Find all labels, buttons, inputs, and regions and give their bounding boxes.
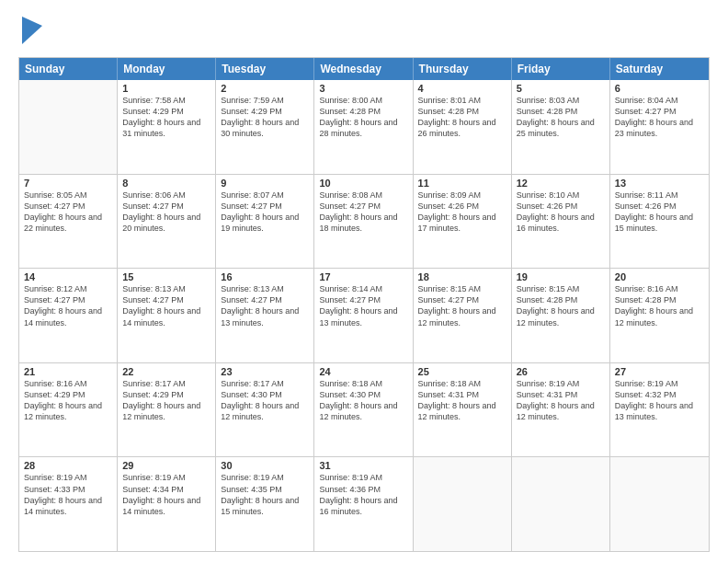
cal-cell-empty	[19, 80, 118, 174]
cal-cell-2: 2Sunrise: 7:59 AMSunset: 4:29 PMDaylight…	[216, 80, 314, 174]
day-number: 1	[122, 83, 210, 94]
day-info: Sunrise: 8:08 AMSunset: 4:27 PMDaylight:…	[319, 190, 407, 235]
day-info: Sunrise: 8:19 AMSunset: 4:32 PMDaylight:…	[615, 378, 704, 423]
logo	[18, 15, 42, 48]
day-info: Sunrise: 8:13 AMSunset: 4:27 PMDaylight:…	[221, 283, 309, 328]
cal-cell-23: 23Sunrise: 8:17 AMSunset: 4:30 PMDayligh…	[216, 363, 314, 457]
day-number: 23	[221, 366, 309, 377]
day-number: 9	[221, 178, 309, 189]
cal-week-2: 7Sunrise: 8:05 AMSunset: 4:27 PMDaylight…	[19, 175, 709, 270]
day-number: 6	[615, 83, 704, 94]
cal-cell-27: 27Sunrise: 8:19 AMSunset: 4:32 PMDayligh…	[610, 363, 709, 457]
day-info: Sunrise: 8:19 AMSunset: 4:33 PMDaylight:…	[24, 472, 112, 517]
day-number: 13	[615, 178, 704, 189]
day-info: Sunrise: 8:00 AMSunset: 4:28 PMDaylight:…	[319, 95, 407, 140]
calendar: SundayMondayTuesdayWednesdayThursdayFrid…	[18, 57, 710, 552]
day-info: Sunrise: 8:14 AMSunset: 4:27 PMDaylight:…	[319, 283, 407, 328]
day-number: 28	[24, 460, 112, 471]
cal-cell-15: 15Sunrise: 8:13 AMSunset: 4:27 PMDayligh…	[118, 269, 216, 362]
cal-cell-10: 10Sunrise: 8:08 AMSunset: 4:27 PMDayligh…	[314, 175, 413, 269]
day-number: 29	[122, 460, 210, 471]
day-number: 15	[122, 271, 210, 282]
day-info: Sunrise: 8:11 AMSunset: 4:26 PMDaylight:…	[615, 190, 704, 235]
cal-cell-6: 6Sunrise: 8:04 AMSunset: 4:27 PMDaylight…	[610, 80, 709, 174]
day-number: 18	[418, 271, 506, 282]
day-info: Sunrise: 8:17 AMSunset: 4:29 PMDaylight:…	[122, 378, 210, 423]
day-info: Sunrise: 8:17 AMSunset: 4:30 PMDaylight:…	[221, 378, 309, 423]
cal-cell-11: 11Sunrise: 8:09 AMSunset: 4:26 PMDayligh…	[414, 175, 512, 269]
cal-cell-4: 4Sunrise: 8:01 AMSunset: 4:28 PMDaylight…	[414, 80, 512, 174]
day-info: Sunrise: 8:07 AMSunset: 4:27 PMDaylight:…	[221, 190, 309, 235]
day-info: Sunrise: 8:19 AMSunset: 4:36 PMDaylight:…	[319, 472, 407, 517]
cal-cell-17: 17Sunrise: 8:14 AMSunset: 4:27 PMDayligh…	[314, 269, 413, 362]
cal-cell-31: 31Sunrise: 8:19 AMSunset: 4:36 PMDayligh…	[314, 457, 413, 551]
cal-cell-empty	[512, 457, 610, 551]
day-info: Sunrise: 8:09 AMSunset: 4:26 PMDaylight:…	[418, 190, 506, 235]
day-info: Sunrise: 8:18 AMSunset: 4:30 PMDaylight:…	[319, 378, 407, 423]
cal-week-4: 21Sunrise: 8:16 AMSunset: 4:29 PMDayligh…	[19, 363, 709, 458]
day-info: Sunrise: 8:12 AMSunset: 4:27 PMDaylight:…	[24, 283, 112, 328]
day-number: 20	[615, 271, 704, 282]
svg-marker-0	[22, 17, 42, 44]
cal-cell-25: 25Sunrise: 8:18 AMSunset: 4:31 PMDayligh…	[414, 363, 512, 457]
day-number: 4	[418, 83, 506, 94]
day-number: 10	[319, 178, 407, 189]
cal-cell-28: 28Sunrise: 8:19 AMSunset: 4:33 PMDayligh…	[19, 457, 118, 551]
day-number: 2	[221, 83, 309, 94]
cal-cell-empty	[610, 457, 709, 551]
day-info: Sunrise: 8:03 AMSunset: 4:28 PMDaylight:…	[517, 95, 605, 140]
cal-cell-20: 20Sunrise: 8:16 AMSunset: 4:28 PMDayligh…	[610, 269, 709, 362]
day-number: 21	[24, 366, 112, 377]
cal-header-sunday: Sunday	[19, 58, 118, 80]
day-number: 22	[122, 366, 210, 377]
day-info: Sunrise: 8:19 AMSunset: 4:35 PMDaylight:…	[221, 472, 309, 517]
cal-cell-26: 26Sunrise: 8:19 AMSunset: 4:31 PMDayligh…	[512, 363, 610, 457]
day-info: Sunrise: 8:18 AMSunset: 4:31 PMDaylight:…	[418, 378, 506, 423]
day-number: 31	[319, 460, 407, 471]
day-number: 14	[24, 271, 112, 282]
day-info: Sunrise: 8:16 AMSunset: 4:28 PMDaylight:…	[615, 283, 704, 328]
day-number: 17	[319, 271, 407, 282]
cal-cell-12: 12Sunrise: 8:10 AMSunset: 4:26 PMDayligh…	[512, 175, 610, 269]
day-number: 30	[221, 460, 309, 471]
day-info: Sunrise: 8:01 AMSunset: 4:28 PMDaylight:…	[418, 95, 506, 140]
day-info: Sunrise: 8:16 AMSunset: 4:29 PMDaylight:…	[24, 378, 112, 423]
cal-week-3: 14Sunrise: 8:12 AMSunset: 4:27 PMDayligh…	[19, 269, 709, 363]
day-info: Sunrise: 8:15 AMSunset: 4:27 PMDaylight:…	[418, 283, 506, 328]
cal-cell-14: 14Sunrise: 8:12 AMSunset: 4:27 PMDayligh…	[19, 269, 118, 362]
page: SundayMondayTuesdayWednesdayThursdayFrid…	[0, 0, 728, 563]
cal-cell-30: 30Sunrise: 8:19 AMSunset: 4:35 PMDayligh…	[216, 457, 314, 551]
cal-cell-29: 29Sunrise: 8:19 AMSunset: 4:34 PMDayligh…	[118, 457, 216, 551]
calendar-header-row: SundayMondayTuesdayWednesdayThursdayFrid…	[19, 58, 709, 80]
day-number: 26	[517, 366, 605, 377]
day-number: 27	[615, 366, 704, 377]
cal-cell-16: 16Sunrise: 8:13 AMSunset: 4:27 PMDayligh…	[216, 269, 314, 362]
cal-header-friday: Friday	[512, 58, 610, 80]
day-info: Sunrise: 8:19 AMSunset: 4:34 PMDaylight:…	[122, 472, 210, 517]
day-number: 19	[517, 271, 605, 282]
day-number: 11	[418, 178, 506, 189]
day-number: 8	[122, 178, 210, 189]
cal-cell-1: 1Sunrise: 7:58 AMSunset: 4:29 PMDaylight…	[118, 80, 216, 174]
cal-cell-18: 18Sunrise: 8:15 AMSunset: 4:27 PMDayligh…	[414, 269, 512, 362]
cal-cell-13: 13Sunrise: 8:11 AMSunset: 4:26 PMDayligh…	[610, 175, 709, 269]
day-number: 16	[221, 271, 309, 282]
cal-cell-22: 22Sunrise: 8:17 AMSunset: 4:29 PMDayligh…	[118, 363, 216, 457]
day-number: 25	[418, 366, 506, 377]
day-info: Sunrise: 7:58 AMSunset: 4:29 PMDaylight:…	[122, 95, 210, 140]
cal-header-wednesday: Wednesday	[314, 58, 413, 80]
day-number: 12	[517, 178, 605, 189]
cal-header-thursday: Thursday	[414, 58, 512, 80]
cal-cell-24: 24Sunrise: 8:18 AMSunset: 4:30 PMDayligh…	[314, 363, 413, 457]
cal-header-tuesday: Tuesday	[216, 58, 314, 80]
day-info: Sunrise: 8:10 AMSunset: 4:26 PMDaylight:…	[517, 190, 605, 235]
logo-icon	[22, 17, 42, 48]
day-info: Sunrise: 8:19 AMSunset: 4:31 PMDaylight:…	[517, 378, 605, 423]
cal-cell-3: 3Sunrise: 8:00 AMSunset: 4:28 PMDaylight…	[314, 80, 413, 174]
day-info: Sunrise: 8:06 AMSunset: 4:27 PMDaylight:…	[122, 190, 210, 235]
day-number: 7	[24, 178, 112, 189]
cal-header-monday: Monday	[118, 58, 216, 80]
cal-header-saturday: Saturday	[610, 58, 709, 80]
calendar-body: 1Sunrise: 7:58 AMSunset: 4:29 PMDaylight…	[19, 80, 709, 551]
day-info: Sunrise: 8:05 AMSunset: 4:27 PMDaylight:…	[24, 190, 112, 235]
